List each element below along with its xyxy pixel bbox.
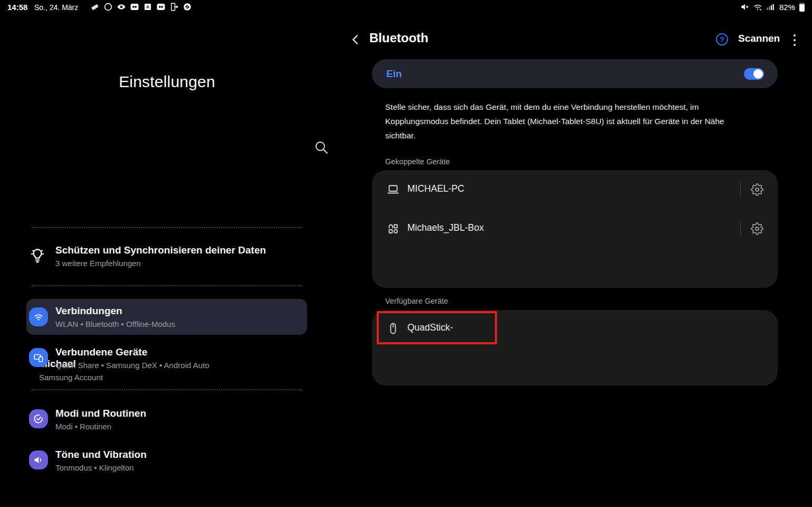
notification-icons: A [90, 2, 192, 12]
speaker-icon [29, 450, 48, 470]
help-icon[interactable]: ? [716, 33, 728, 45]
paired-section-label: Gekoppelte Geräte [385, 157, 450, 166]
sidebar-item-sublabel: Modi • Routinen [55, 422, 111, 431]
device-row-michael-pc[interactable]: MICHAEL-PC [372, 170, 778, 209]
page-title: Einstellungen [0, 73, 334, 91]
scan-button[interactable]: Scannen [738, 33, 780, 44]
sidebar-item-toene-vibration[interactable]: Töne und Vibration Tonmodus • Klingelton [26, 443, 307, 478]
sidebar-item-sublabel: WLAN • Bluetooth • Offline-Modus [55, 320, 175, 328]
paired-devices-card: MICHAEL-PC Michaels_JBL-Box [372, 170, 778, 288]
circle-icon [103, 2, 113, 12]
mute-icon [740, 2, 750, 12]
divider [32, 285, 302, 286]
settings-app-screen: 14:58 So., 24. März A 82% Einstellungen … [0, 0, 812, 507]
devices-icon [29, 348, 48, 367]
wifi-icon [753, 2, 762, 12]
toggle-label: Ein [386, 59, 402, 88]
toggle-knob [753, 69, 763, 79]
device-name: QuadStick- [407, 322, 453, 333]
recommendation-title: Schützen und Synchronisieren deiner Date… [55, 245, 266, 256]
recommendation-item[interactable]: Schützen und Synchronisieren deiner Date… [26, 240, 307, 275]
divider [32, 227, 302, 228]
device-name: MICHAEL-PC [407, 183, 464, 194]
sidebar-item-label: Töne und Vibration [55, 449, 147, 461]
available-devices-card: QuadStick- [372, 310, 778, 386]
modes-check-icon [29, 409, 48, 428]
bluetooth-toggle[interactable] [744, 68, 764, 80]
arrows-box-icon [130, 2, 139, 12]
battery-icon [799, 3, 805, 12]
system-status-icons: 82% [740, 2, 805, 12]
anydesk-icon [183, 2, 192, 12]
exit-door-icon [169, 2, 179, 12]
samsung-account-item[interactable]: Michael Samsung Account [0, 177, 334, 214]
eye-icon [117, 2, 126, 12]
divider [32, 389, 302, 390]
signal-icon [766, 2, 775, 12]
bluetooth-title: Bluetooth [369, 31, 428, 45]
sidebar-item-modi-routinen[interactable]: Modi und Routinen Modi • Routinen [26, 401, 307, 437]
sidebar-item-label: Verbindungen [55, 305, 122, 317]
mouse-icon [387, 322, 399, 335]
more-options-icon[interactable] [792, 34, 797, 46]
audio-device-icon [387, 222, 399, 235]
gear-icon[interactable] [751, 183, 763, 196]
clock: 14:58 [7, 3, 27, 12]
recommendation-subtitle: 3 weitere Empfehlungen [55, 259, 141, 268]
available-section-label: Verfügbare Geräte [385, 297, 448, 305]
eraser-icon [90, 2, 100, 12]
search-icon[interactable] [314, 140, 329, 155]
date: So., 24. März [34, 3, 78, 12]
device-name: Michaels_JBL-Box [407, 222, 484, 233]
sidebar-item-sublabel: Quick Share • Samsung DeX • Android Auto [55, 361, 209, 370]
svg-text:A: A [146, 4, 150, 10]
arrows-box-icon [156, 2, 166, 12]
sidebar-item-sublabel: Tonmodus • Klingelton [55, 463, 134, 472]
back-icon[interactable] [349, 33, 362, 46]
gear-icon[interactable] [751, 222, 763, 235]
wifi-icon [29, 307, 48, 326]
sidebar-item-label: Verbundene Geräte [55, 346, 147, 358]
divider [740, 221, 741, 236]
sidebar-item-verbundene-geraete[interactable]: Verbundene Geräte Quick Share • Samsung … [26, 340, 307, 376]
bluetooth-toggle-card: Ein [372, 59, 778, 88]
a-box-icon: A [143, 2, 152, 12]
status-bar: 14:58 So., 24. März A 82% [0, 0, 812, 15]
battery-percent: 82% [779, 3, 795, 12]
laptop-icon [387, 183, 399, 196]
sidebar-item-verbindungen[interactable]: Verbindungen WLAN • Bluetooth • Offline-… [26, 299, 307, 335]
device-row-quadstick[interactable]: QuadStick- [372, 310, 778, 347]
navigation-bar [0, 482, 812, 507]
divider [740, 182, 741, 197]
device-row-jbl-box[interactable]: Michaels_JBL-Box [372, 209, 778, 248]
lightbulb-icon [29, 247, 46, 264]
sidebar-item-label: Modi und Routinen [55, 408, 146, 419]
bluetooth-description: Stelle sicher, dass sich das Gerät, mit … [385, 100, 749, 143]
